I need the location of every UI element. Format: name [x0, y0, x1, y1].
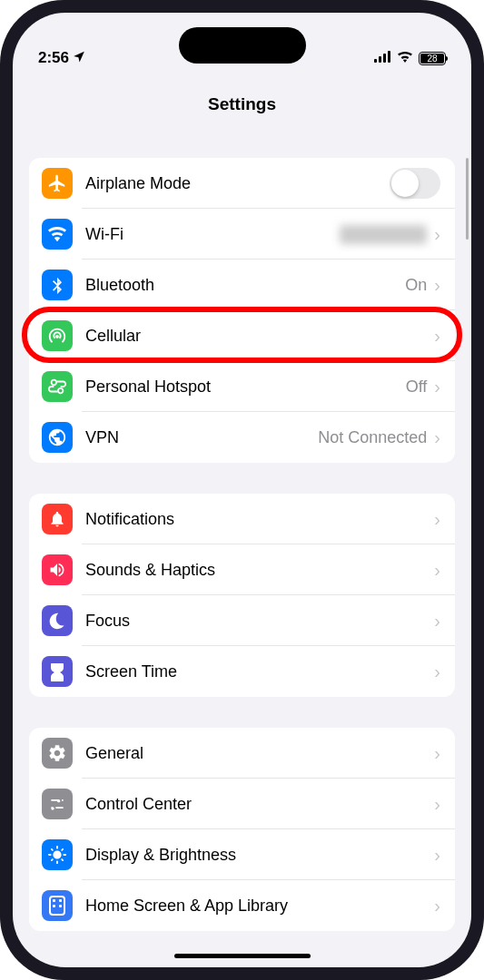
- row-screen-time[interactable]: Screen Time ›: [29, 646, 455, 697]
- row-label: Airplane Mode: [85, 174, 390, 193]
- row-focus[interactable]: Focus ›: [29, 595, 455, 646]
- hotspot-icon: [42, 371, 73, 402]
- row-wifi[interactable]: Wi-Fi xxxx ›: [29, 209, 455, 260]
- row-personal-hotspot[interactable]: Personal Hotspot Off ›: [29, 361, 455, 412]
- settings-group-attention: Notifications › Sounds & Haptics › Focus…: [29, 494, 455, 697]
- svg-rect-7: [53, 905, 55, 907]
- focus-icon: [42, 605, 73, 636]
- row-label: Control Center: [85, 795, 434, 814]
- row-general[interactable]: General ›: [29, 728, 455, 779]
- vpn-value: Not Connected: [318, 428, 427, 447]
- row-label: General: [85, 744, 434, 763]
- row-vpn[interactable]: VPN Not Connected ›: [29, 412, 455, 463]
- wifi-network-value: xxxx: [340, 225, 427, 244]
- row-label: Screen Time: [85, 662, 434, 681]
- vpn-icon: [42, 422, 73, 453]
- home-screen-icon: [42, 890, 73, 921]
- general-icon: [42, 738, 73, 769]
- cellular-icon: [42, 320, 73, 351]
- row-label: Focus: [85, 612, 434, 631]
- svg-rect-5: [53, 899, 55, 902]
- chevron-icon: ›: [434, 560, 440, 581]
- battery-level: 28: [420, 54, 444, 64]
- svg-rect-3: [388, 51, 390, 63]
- notifications-icon: [42, 504, 73, 534]
- chevron-icon: ›: [434, 509, 440, 530]
- row-label: Bluetooth: [85, 276, 405, 295]
- svg-rect-1: [379, 56, 381, 63]
- chevron-icon: ›: [434, 275, 440, 296]
- airplane-icon: [42, 168, 73, 199]
- sounds-icon: [42, 554, 73, 585]
- row-bluetooth[interactable]: Bluetooth On ›: [29, 260, 455, 310]
- wifi-icon: [42, 219, 73, 250]
- svg-rect-2: [383, 54, 386, 63]
- screen: 2:56 28 Settings: [13, 13, 471, 967]
- chevron-icon: ›: [434, 794, 440, 815]
- clock: 2:56: [38, 49, 69, 67]
- battery-icon: 28: [419, 52, 446, 65]
- row-label: Cellular: [85, 327, 434, 346]
- row-airplane-mode[interactable]: Airplane Mode: [29, 158, 455, 209]
- chevron-icon: ›: [434, 743, 440, 764]
- svg-rect-6: [59, 899, 62, 902]
- bluetooth-icon: [42, 270, 73, 300]
- row-control-center[interactable]: Control Center ›: [29, 779, 455, 829]
- chevron-icon: ›: [434, 427, 440, 448]
- settings-group-system: General › Control Center › Display & Bri…: [29, 728, 455, 931]
- chevron-icon: ›: [434, 377, 440, 397]
- row-cellular[interactable]: Cellular ›: [29, 310, 455, 361]
- chevron-icon: ›: [434, 326, 440, 347]
- chevron-icon: ›: [434, 896, 440, 916]
- row-sounds[interactable]: Sounds & Haptics ›: [29, 544, 455, 595]
- phone-frame: 2:56 28 Settings: [0, 0, 484, 980]
- nav-bar: Settings: [13, 69, 471, 127]
- hotspot-value: Off: [406, 377, 428, 397]
- settings-group-network: Airplane Mode Wi-Fi xxxx › Bluetooth: [29, 158, 455, 463]
- chevron-icon: ›: [434, 845, 440, 866]
- row-label: Notifications: [85, 510, 434, 529]
- chevron-icon: ›: [434, 662, 440, 682]
- dynamic-island: [179, 27, 306, 64]
- wifi-icon: [397, 49, 413, 67]
- settings-content[interactable]: Airplane Mode Wi-Fi xxxx › Bluetooth: [13, 127, 471, 967]
- chevron-icon: ›: [434, 611, 440, 632]
- cellular-signal-icon: [374, 49, 391, 67]
- chevron-icon: ›: [434, 224, 440, 245]
- home-indicator[interactable]: [174, 954, 311, 958]
- row-label: VPN: [85, 428, 318, 447]
- row-label: Wi-Fi: [85, 225, 340, 244]
- row-label: Display & Brightness: [85, 846, 434, 865]
- scroll-indicator[interactable]: [466, 158, 469, 240]
- row-label: Personal Hotspot: [85, 377, 406, 397]
- svg-rect-4: [50, 897, 64, 915]
- screentime-icon: [42, 656, 73, 687]
- row-label: Home Screen & App Library: [85, 897, 434, 916]
- display-icon: [42, 839, 73, 870]
- control-center-icon: [42, 789, 73, 819]
- page-title: Settings: [13, 94, 471, 114]
- bluetooth-value: On: [405, 276, 427, 295]
- row-label: Sounds & Haptics: [85, 561, 434, 580]
- row-home-screen[interactable]: Home Screen & App Library ›: [29, 880, 455, 931]
- row-notifications[interactable]: Notifications ›: [29, 494, 455, 544]
- airplane-toggle[interactable]: [390, 168, 440, 199]
- svg-rect-8: [59, 905, 62, 907]
- row-display[interactable]: Display & Brightness ›: [29, 829, 455, 880]
- location-icon: [73, 49, 85, 67]
- svg-rect-0: [374, 59, 377, 63]
